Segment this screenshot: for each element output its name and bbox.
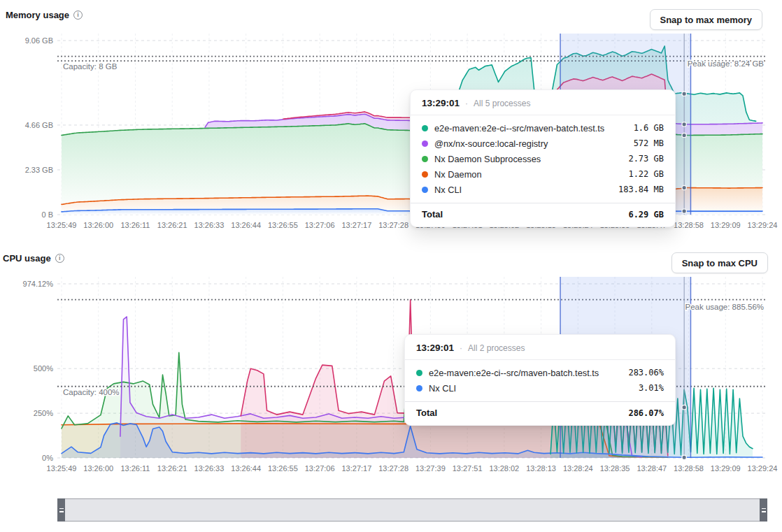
x-axis-tick-label: 13:26:55 [268,221,298,229]
hover-marker-dot [682,92,686,96]
process-name: Nx Daemon Subprocesses [434,154,622,164]
tooltip-time: 13:29:01 [416,343,454,353]
series-color-dot-icon [422,156,428,162]
memory-tooltip-header: 13:29:01 · All 5 processes [411,90,675,115]
tooltip-time: 13:29:01 [422,98,460,108]
hover-marker-dot [682,209,686,213]
peak-usage-label: Peak usage: 8.24 GB [688,59,765,68]
process-name: @nx/nx-source:local-registry [434,138,627,149]
tooltip-process-row: Nx CLI183.84 MB [411,182,675,197]
process-value: 2.73 GB [628,154,664,164]
tooltip-process-row: Nx Daemon Subprocesses2.73 GB [411,151,675,166]
series-color-dot-icon [416,370,422,376]
hover-marker-dot [682,133,686,137]
profiler-page: { "memory_section": { "title": "Memory u… [0,0,782,532]
x-axis-tick-label: 13:27:06 [305,221,335,229]
process-name: e2e-maven:e2e-ci--src/maven-batch.test.t… [429,368,622,378]
hover-marker-dot [682,185,686,189]
brush-handle-right[interactable] [760,498,767,522]
x-axis-tick-label: 13:26:33 [194,221,225,229]
x-axis-tick-label: 13:26:00 [83,221,113,229]
x-axis-tick-label: 13:26:44 [231,221,261,229]
series-color-dot-icon [422,125,428,131]
x-axis-tick-label: 13:29:24 [748,221,778,229]
tooltip-subtitle: All 5 processes [474,99,530,108]
tooltip-total-label: Total [416,408,437,418]
x-axis-tick-label: 13:25:49 [47,221,77,229]
process-name: e2e-maven:e2e-ci--src/maven-batch.test.t… [434,123,627,134]
tooltip-process-row: e2e-maven:e2e-ci--src/maven-batch.test.t… [405,365,675,380]
x-axis-tick-label: 13:28:24 [563,464,593,473]
capacity-label: Capacity: 8 GB [63,62,118,71]
process-value: 1.22 GB [628,169,664,179]
y-axis-tick-label: 500% [34,364,53,373]
x-axis-tick-label: 13:26:00 [83,464,113,473]
series-color-dot-icon [422,141,428,147]
tooltip-process-row: @nx/nx-source:local-registry572 MB [411,136,675,151]
hover-marker-dot [682,122,686,127]
cpu-usage-section: CPU usage Snap to max CPU 13:25:4913:26:… [0,243,782,481]
cpu-tooltip: 13:29:01 · All 2 processes e2e-maven:e2e… [404,334,676,426]
process-name: Nx Daemon [434,169,622,180]
hover-marker-dot [682,455,686,459]
peak-usage-label: Peak usage: 885.56% [685,303,764,311]
x-axis-tick-label: 13:26:11 [120,464,150,473]
process-name: Nx CLI [429,383,632,394]
y-axis-tick-label: 2.33 GB [25,166,53,174]
cpu-tooltip-rows: e2e-maven:e2e-ci--src/maven-batch.test.t… [405,360,675,401]
tooltip-process-row: e2e-maven:e2e-ci--src/maven-batch.test.t… [411,120,675,136]
x-axis-tick-label: 13:28:35 [600,464,630,473]
tooltip-separator: · [465,99,468,108]
x-axis-tick-label: 13:26:21 [157,221,187,229]
memory-tooltip-total-row: Total 6.29 GB [411,203,675,227]
x-axis-tick-label: 13:29:24 [748,464,778,473]
x-axis-tick-label: 13:27:28 [378,464,408,473]
x-axis-tick-label: 13:27:28 [378,221,408,229]
x-axis-tick-label: 13:27:39 [415,464,446,473]
series-color-dot-icon [416,385,422,391]
hover-marker-dot [682,405,686,409]
memory-tooltip-rows: e2e-maven:e2e-ci--src/maven-batch.test.t… [411,115,675,203]
process-value: 572 MB [634,138,664,148]
series-color-dot-icon [422,187,428,193]
process-value: 283.06% [628,368,664,378]
x-axis-tick-label: 13:28:58 [674,464,704,473]
memory-usage-section: Memory usage Snap to max memory 13:25:49… [0,0,782,238]
tooltip-process-row: Nx CLI3.01% [405,380,675,396]
tooltip-total-value: 6.29 GB [628,210,664,220]
y-axis-tick-label: 0% [42,454,53,462]
x-axis-tick-label: 13:28:13 [526,464,556,473]
y-axis-tick-label: 0 B [41,210,53,219]
x-axis-tick-label: 13:26:21 [157,464,187,473]
x-axis-tick-label: 13:28:58 [674,221,704,229]
x-axis-tick-label: 13:25:49 [47,464,77,473]
tooltip-total-value: 286.07% [628,408,664,418]
timeline-brush-track[interactable] [57,498,767,522]
y-axis-tick-label: 4.66 GB [25,121,53,129]
brush-handle-left[interactable] [57,498,65,522]
x-axis-tick-label: 13:27:51 [453,464,483,473]
y-axis-tick-label: 974.12% [23,280,54,288]
series-color-dot-icon [422,171,428,178]
x-axis-tick-label: 13:26:33 [194,464,225,473]
x-axis-tick-label: 13:26:55 [268,464,298,473]
y-axis-tick-label: 9.06 GB [25,36,53,45]
tooltip-subtitle: All 2 processes [468,343,525,353]
x-axis-tick-label: 13:28:47 [637,464,667,473]
memory-tooltip: 13:29:01 · All 5 processes e2e-maven:e2e… [410,89,676,227]
x-axis-tick-label: 13:27:06 [305,464,335,473]
x-axis-tick-label: 13:27:17 [341,221,371,229]
capacity-label: Capacity: 400% [63,388,120,396]
process-value: 1.6 GB [634,123,664,133]
process-value: 183.84 MB [618,185,664,194]
process-name: Nx CLI [434,185,612,195]
x-axis-tick-label: 13:29:09 [711,464,741,473]
y-axis-tick-label: 250% [34,409,53,417]
tooltip-process-row: Nx Daemon1.22 GB [411,166,675,182]
tooltip-separator: · [460,343,462,353]
cpu-tooltip-header: 13:29:01 · All 2 processes [405,335,675,360]
cpu-tooltip-total-row: Total 286.07% [405,401,675,425]
x-axis-tick-label: 13:26:44 [231,464,261,473]
x-axis-tick-label: 13:27:17 [341,464,371,473]
x-axis-tick-label: 13:26:11 [120,221,150,229]
